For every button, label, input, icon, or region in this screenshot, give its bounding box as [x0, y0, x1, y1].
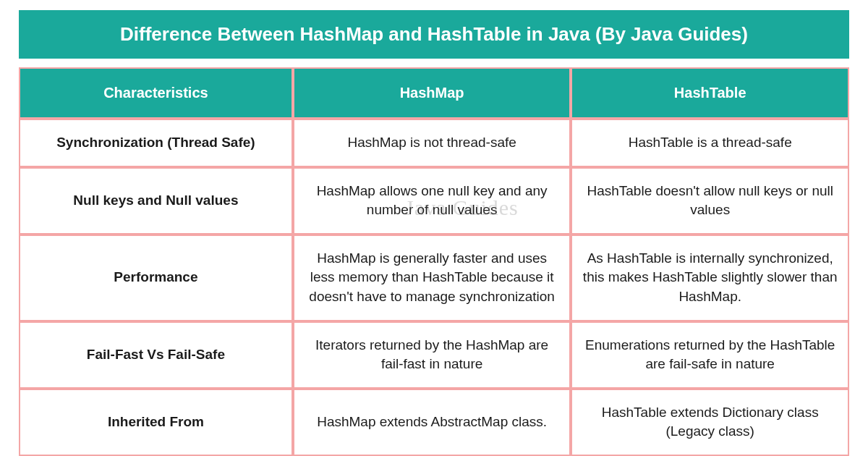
cell-hashmap: Iterators returned by the HashMap are fa… [293, 321, 571, 389]
header-hashtable: HashTable [571, 67, 849, 119]
cell-hashmap: HashMap extends AbstractMap class. [293, 389, 571, 456]
table-row: Null keys and Null values HashMap allows… [19, 167, 849, 235]
cell-hashtable: Enumerations returned by the HashTable a… [571, 321, 849, 389]
cell-characteristic: Inherited From [19, 389, 293, 456]
cell-characteristic: Fail-Fast Vs Fail-Safe [19, 321, 293, 389]
cell-hashtable: As HashTable is internally synchronized,… [571, 235, 849, 321]
table-row: Performance HashMap is generally faster … [19, 235, 849, 321]
cell-hashtable: HashTable extends Dictionary class (Lega… [571, 389, 849, 456]
table-row: Fail-Fast Vs Fail-Safe Iterators returne… [19, 321, 849, 389]
table-row: Inherited From HashMap extends AbstractM… [19, 389, 849, 456]
cell-characteristic: Null keys and Null values [19, 167, 293, 235]
comparison-table: Characteristics HashMap HashTable Synchr… [19, 67, 849, 456]
page-title: Difference Between HashMap and HashTable… [19, 10, 849, 59]
cell-hashtable: HashTable is a thread-safe [571, 119, 849, 167]
cell-hashtable: HashTable doesn't allow null keys or nul… [571, 167, 849, 235]
cell-characteristic: Synchronization (Thread Safe) [19, 119, 293, 167]
cell-characteristic: Performance [19, 235, 293, 321]
table-header-row: Characteristics HashMap HashTable [19, 67, 849, 119]
cell-hashmap: HashMap allows one null key and any numb… [293, 167, 571, 235]
document-container: Difference Between HashMap and HashTable… [0, 0, 868, 456]
header-characteristics: Characteristics [19, 67, 293, 119]
table-row: Synchronization (Thread Safe) HashMap is… [19, 119, 849, 167]
cell-hashmap: HashMap is generally faster and uses les… [293, 235, 571, 321]
cell-hashmap: HashMap is not thread-safe [293, 119, 571, 167]
header-hashmap: HashMap [293, 67, 571, 119]
